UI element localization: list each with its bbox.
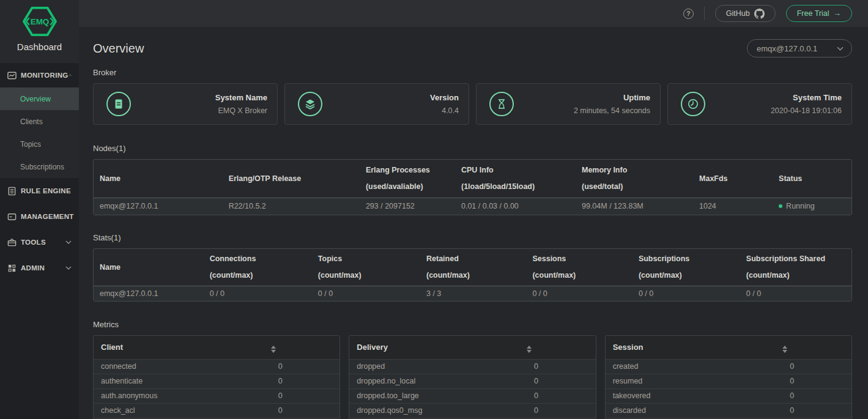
- sort-header[interactable]: [782, 336, 851, 359]
- sidebar-item-monitoring[interactable]: MONITORING: [0, 63, 79, 87]
- metric-name: resumed: [606, 374, 783, 388]
- metrics-table-client: Client connected0 authenticate0 auth.ano…: [93, 335, 340, 419]
- metric-name: dropped.too_large: [349, 388, 527, 403]
- sidebar-item-label: RULE ENGINE: [21, 187, 71, 195]
- chevron-down-icon: [837, 46, 844, 51]
- sidebar-item-admin[interactable]: ADMIN: [0, 255, 79, 281]
- chevron-down-icon: [65, 266, 72, 270]
- broker-card-version: Version 4.0.4: [284, 83, 469, 125]
- broker-card-uptime: Uptime 2 minutes, 54 seconds: [476, 83, 661, 125]
- card-value: 2 minutes, 54 seconds: [574, 106, 650, 115]
- free-trial-button[interactable]: Free Trial →: [786, 5, 852, 22]
- table-row: dropped0: [349, 359, 595, 374]
- app-root: EMQ Dashboard MONITORING Overview Client…: [0, 0, 868, 419]
- stats-header-row: Name Connections(count/max) Topics(count…: [94, 249, 851, 286]
- table-row: connected0: [94, 359, 339, 374]
- metric-value: 0: [271, 403, 340, 418]
- column-header: CPU Info(1load/5load/15load): [455, 160, 576, 198]
- column-header: Sessions(count/max): [526, 249, 632, 286]
- metric-name: created: [606, 359, 783, 374]
- clock-icon: [681, 92, 705, 116]
- column-header: MaxFds: [693, 160, 773, 198]
- table-row: discarded0: [606, 403, 851, 418]
- card-value: 2020-04-18 19:01:06: [771, 106, 842, 115]
- layers-icon: [298, 92, 322, 116]
- sidebar: EMQ Dashboard MONITORING Overview Client…: [0, 0, 79, 419]
- metric-value: 0: [271, 374, 340, 388]
- metrics-section-label: Metrics: [93, 320, 852, 329]
- node-name-cell: emqx@127.0.0.1: [94, 286, 204, 301]
- table-row: emqx@127.0.0.1 0 / 0 0 / 0 3 / 3 0 / 0 0…: [94, 286, 851, 301]
- sidebar-item-label: ADMIN: [21, 264, 65, 272]
- card-value: 4.0.4: [430, 106, 459, 115]
- metric-name: connected: [94, 359, 271, 374]
- sidebar-item-overview[interactable]: Overview: [0, 87, 79, 110]
- sidebar-item-subscriptions[interactable]: Subscriptions: [0, 155, 79, 178]
- broker-card-system-name: System Name EMQ X Broker: [93, 83, 278, 125]
- metric-value: 0: [527, 403, 596, 418]
- sort-header[interactable]: [271, 336, 340, 359]
- sidebar-item-management[interactable]: MANAGEMENT: [0, 204, 79, 229]
- column-header: Erlang/OTP Release: [223, 160, 360, 198]
- cell: 0 / 0: [526, 286, 632, 301]
- sidebar-item-tools[interactable]: TOOLS: [0, 229, 79, 255]
- sidebar-item-label: TOOLS: [21, 239, 65, 246]
- stats-table: Name Connections(count/max) Topics(count…: [93, 248, 852, 302]
- metrics-tables: Client connected0 authenticate0 auth.ano…: [93, 335, 852, 419]
- page-content: Overview emqx@127.0.0.1 Broker: [79, 27, 868, 419]
- sort-icon[interactable]: [527, 346, 532, 353]
- metrics-table-delivery: Delivery dropped0 dropped.no_local0 drop…: [349, 335, 596, 419]
- table-row: created0: [606, 359, 851, 374]
- cell: 0 / 0: [740, 286, 851, 301]
- file-icon: [106, 92, 131, 116]
- column-header: Retained(count/max): [420, 249, 526, 286]
- metric-name: discarded: [606, 403, 783, 418]
- sidebar-item-clients[interactable]: Clients: [0, 110, 79, 133]
- metric-value: 0: [527, 374, 596, 388]
- table-row: auth.anonymous0: [94, 388, 339, 403]
- metrics-table-title: Client: [94, 336, 271, 359]
- table-row: check_acl0: [94, 403, 339, 418]
- sidebar-item-rule-engine[interactable]: RULE ENGINE: [0, 178, 79, 204]
- monitor-icon: [7, 71, 17, 80]
- logo-text: EMQ: [30, 17, 49, 26]
- cell: R22/10.5.2: [223, 198, 360, 215]
- panel-icon: [7, 212, 17, 221]
- sidebar-logo-area: EMQ Dashboard: [0, 0, 79, 63]
- metric-value: 0: [271, 359, 340, 374]
- table-row: dropped.too_large0: [349, 388, 595, 403]
- sidebar-item-topics[interactable]: Topics: [0, 133, 79, 155]
- table-row: dropped.qos0_msg0: [349, 403, 595, 418]
- broker-card-system-time: System Time 2020-04-18 19:01:06: [667, 83, 852, 125]
- column-header: Subscriptions(count/max): [632, 249, 740, 286]
- chevron-down-icon: [65, 240, 72, 244]
- stats-section-label: Stats(1): [93, 233, 852, 242]
- metric-name: auth.anonymous: [94, 388, 271, 403]
- table-row: dropped.no_local0: [349, 374, 595, 388]
- table-row: takeovered0: [606, 388, 851, 403]
- cell: 0 / 0: [204, 286, 312, 301]
- help-icon[interactable]: ?: [683, 9, 694, 19]
- column-header: Connections(count/max): [204, 249, 312, 286]
- column-header: Status: [773, 160, 851, 198]
- sort-header[interactable]: [527, 336, 596, 359]
- table-row: resumed0: [606, 374, 851, 388]
- arrow-right-icon: →: [834, 9, 842, 18]
- broker-section-label: Broker: [93, 68, 852, 77]
- node-selector[interactable]: emqx@127.0.0.1: [747, 39, 852, 57]
- sort-icon[interactable]: [782, 346, 787, 353]
- table-row: authenticate0: [94, 374, 339, 388]
- card-value: EMQ X Broker: [215, 106, 267, 115]
- metric-value: 0: [782, 359, 851, 374]
- card-label: Uptime: [574, 93, 650, 102]
- card-label: Version: [430, 93, 459, 102]
- metric-name: check_acl: [94, 403, 271, 418]
- metric-name: dropped.qos0_msg: [349, 403, 527, 418]
- github-button[interactable]: GitHub: [715, 5, 776, 22]
- metric-name: dropped.no_local: [349, 374, 527, 388]
- page-title: Overview: [93, 42, 144, 56]
- document-icon: [7, 187, 17, 196]
- topbar: ? GitHub Free Trial →: [79, 0, 868, 27]
- sort-icon[interactable]: [271, 346, 276, 353]
- node-name-cell: emqx@127.0.0.1: [94, 198, 223, 215]
